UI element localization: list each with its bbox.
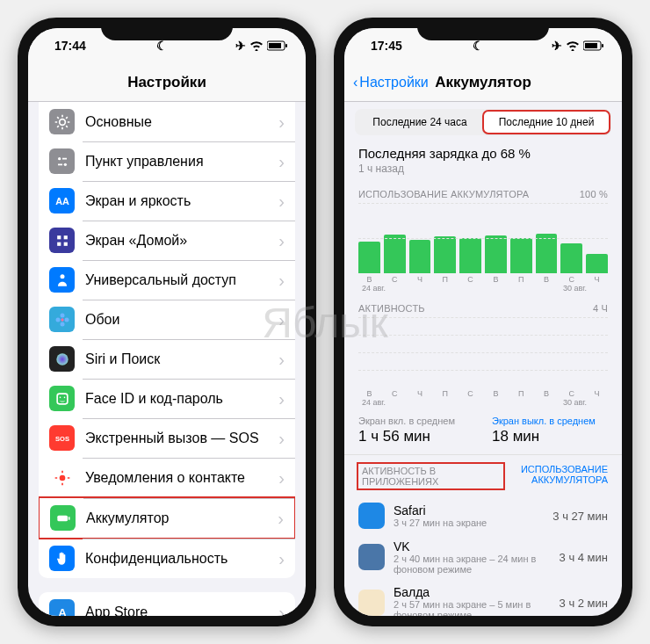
gear-icon bbox=[49, 109, 75, 134]
flower-icon bbox=[49, 307, 75, 332]
wifi-icon bbox=[249, 40, 264, 51]
svg-text:SOS: SOS bbox=[55, 435, 69, 443]
seg-24h[interactable]: Последние 24 часа bbox=[357, 111, 483, 134]
svg-point-17 bbox=[60, 322, 64, 326]
svg-point-13 bbox=[60, 274, 64, 279]
chevron-right-icon: › bbox=[278, 232, 285, 250]
date-a2: 24 авг. bbox=[362, 398, 386, 407]
svg-point-3 bbox=[59, 119, 65, 125]
svg-rect-1 bbox=[269, 43, 281, 48]
navbar: ‹ Настройки Аккумулятор bbox=[344, 63, 622, 102]
chevron-right-icon: › bbox=[278, 550, 285, 568]
settings-row-siri[interactable]: Siri и Поиск› bbox=[39, 339, 295, 379]
status-time: 17:44 bbox=[54, 39, 86, 53]
settings-row-faceid[interactable]: Face ID и код-пароль› bbox=[39, 379, 295, 418]
usage-max-label: 100 % bbox=[580, 189, 608, 199]
moon-icon: ☾ bbox=[156, 39, 168, 53]
back-button[interactable]: ‹ Настройки bbox=[353, 75, 429, 90]
chevron-right-icon: › bbox=[278, 153, 285, 170]
app-detail: 2 ч 40 мин на экране – 24 мин в фоновом … bbox=[394, 554, 551, 575]
siri-icon bbox=[49, 346, 75, 372]
settings-row-SOS[interactable]: SOSЭкстренный вызов — SOS› bbox=[39, 418, 295, 458]
app-row[interactable]: Балда2 ч 57 мин на экране – 5 мин в фоно… bbox=[344, 580, 622, 616]
row-label: Siri и Поиск bbox=[85, 351, 278, 367]
svg-point-24 bbox=[59, 474, 65, 481]
settings-row-hand[interactable]: Конфиденциальность› bbox=[39, 539, 295, 578]
battery-icon bbox=[50, 505, 76, 531]
phone-right: 17:45 ☾ ✈ ‹ Настройки Аккумулятор Послед… bbox=[334, 18, 632, 626]
screen-on-val: 1 ч 56 мин bbox=[358, 428, 474, 445]
activity-chart[interactable] bbox=[344, 317, 622, 387]
chevron-right-icon: › bbox=[278, 113, 285, 131]
svg-rect-42 bbox=[602, 44, 603, 47]
hand-icon bbox=[49, 546, 75, 571]
row-label: Универсальный доступ bbox=[85, 272, 278, 288]
activity-tabs[interactable]: АКТИВНОСТЬ В ПРИЛОЖЕНИЯХ ИСПОЛЬЗОВАНИЕ А… bbox=[344, 455, 622, 497]
chevron-right-icon: › bbox=[278, 390, 285, 408]
airplane-icon: ✈ bbox=[235, 39, 246, 53]
chevron-right-icon: › bbox=[278, 430, 285, 447]
settings-row-battery[interactable]: Аккумулятор› bbox=[39, 496, 295, 539]
battery-icon bbox=[583, 40, 604, 51]
screen-on-label: Экран вкл. в среднем bbox=[358, 416, 474, 426]
settings-row-AA[interactable]: AAЭкран и яркость› bbox=[39, 181, 295, 221]
svg-rect-20 bbox=[57, 394, 68, 404]
settings-row-A[interactable]: AApp Store› bbox=[39, 592, 295, 616]
row-label: Face ID и код-пароль bbox=[85, 391, 278, 407]
chevron-right-icon: › bbox=[278, 192, 285, 210]
svg-point-14 bbox=[61, 318, 63, 321]
app-row[interactable]: VK2 ч 40 мин на экране – 24 мин в фоново… bbox=[344, 534, 622, 580]
settings-row-gear[interactable]: Основные› bbox=[39, 102, 295, 141]
AA-icon: AA bbox=[49, 188, 75, 213]
row-label: App Store bbox=[85, 604, 278, 617]
chevron-right-icon: › bbox=[278, 271, 285, 289]
switches-icon bbox=[49, 148, 75, 174]
settings-row-grid[interactable]: Экран «Домой»› bbox=[39, 221, 295, 260]
app-detail: 2 ч 57 мин на экране – 5 мин в фоновом р… bbox=[394, 599, 551, 616]
chevron-left-icon: ‹ bbox=[353, 75, 358, 90]
app-row[interactable]: Safari3 ч 27 мин на экране3 ч 27 мин bbox=[344, 497, 622, 534]
date-b: 30 авг. bbox=[563, 284, 587, 293]
A-icon: A bbox=[49, 599, 75, 616]
activity-title: АКТИВНОСТЬ bbox=[358, 303, 425, 314]
battery-usage-chart[interactable] bbox=[344, 203, 622, 273]
row-label: Конфиденциальность bbox=[85, 551, 278, 567]
app-name: VK bbox=[394, 539, 551, 554]
app-icon bbox=[358, 503, 385, 529]
seg-10d[interactable]: Последние 10 дней bbox=[483, 111, 610, 134]
settings-row-sun[interactable]: Уведомления о контакте› bbox=[39, 458, 295, 497]
battery-content[interactable]: Последние 24 часа Последние 10 дней Посл… bbox=[344, 102, 622, 616]
row-label: Основные bbox=[85, 114, 278, 130]
chevron-right-icon: › bbox=[278, 469, 285, 487]
date-b2: 30 авг. bbox=[563, 398, 587, 407]
date-a: 24 авг. bbox=[362, 284, 386, 293]
tab-activity-apps[interactable]: АКТИВНОСТЬ В ПРИЛОЖЕНИЯХ bbox=[358, 464, 503, 488]
usage-title: ИСПОЛЬЗОВАНИЕ АККУМУЛЯТОРА bbox=[358, 189, 529, 199]
app-time: 3 ч 4 мин bbox=[560, 551, 608, 564]
tab-battery-usage[interactable]: ИСПОЛЬЗОВАНИЕ АККУМУЛЯТОРА bbox=[521, 464, 608, 488]
settings-row-person[interactable]: Универсальный доступ› bbox=[39, 260, 295, 300]
time-range-segment[interactable]: Последние 24 часа Последние 10 дней bbox=[355, 109, 611, 135]
faceid-icon bbox=[49, 386, 75, 411]
svg-point-22 bbox=[63, 396, 65, 398]
chevron-right-icon: › bbox=[278, 311, 285, 329]
app-name: Балда bbox=[394, 585, 551, 599]
row-label: Аккумулятор bbox=[86, 510, 278, 526]
last-charge: Последняя зарядка до 68 % 1 ч назад bbox=[344, 142, 622, 178]
screen-off-val: 18 мин bbox=[492, 428, 608, 445]
SOS-icon: SOS bbox=[49, 425, 75, 451]
svg-point-16 bbox=[64, 317, 69, 322]
row-label: Экстренный вызов — SOS bbox=[85, 431, 278, 446]
navbar: Настройки bbox=[28, 63, 306, 102]
chevron-right-icon: › bbox=[278, 351, 285, 368]
sun-icon bbox=[49, 465, 75, 490]
settings-list[interactable]: Основные›Пункт управления›AAЭкран и ярко… bbox=[28, 102, 306, 616]
page-title: Настройки bbox=[127, 74, 206, 91]
svg-rect-2 bbox=[285, 44, 287, 47]
settings-row-flower[interactable]: Обои› bbox=[39, 300, 295, 339]
moon-icon: ☾ bbox=[473, 39, 484, 53]
settings-row-switches[interactable]: Пункт управления› bbox=[39, 141, 295, 181]
screen-off-label: Экран выкл. в среднем bbox=[492, 416, 608, 426]
svg-text:A: A bbox=[58, 606, 67, 617]
svg-point-4 bbox=[58, 157, 61, 160]
